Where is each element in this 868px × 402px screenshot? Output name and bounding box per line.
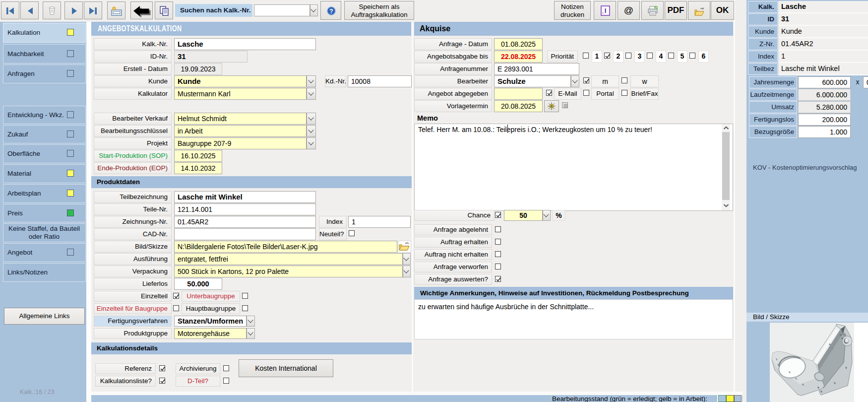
svg-text:?: ?: [329, 8, 333, 15]
svg-text:I: I: [605, 7, 607, 14]
